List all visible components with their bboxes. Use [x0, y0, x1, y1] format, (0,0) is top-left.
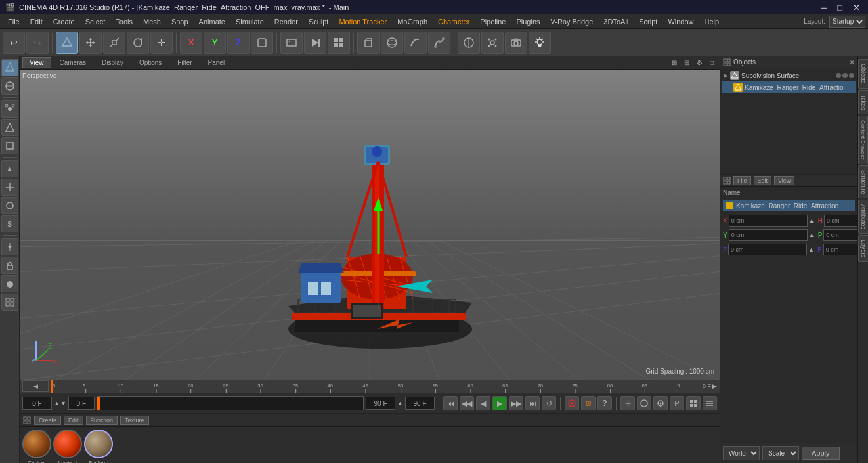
left-polygons-btn[interactable] — [1, 137, 18, 154]
vtab-options[interactable]: Options — [132, 57, 169, 68]
param-anim-button[interactable]: P — [670, 396, 684, 410]
vtab-display[interactable]: Display — [95, 57, 131, 68]
attr-y-up[interactable]: ▲ — [809, 232, 814, 238]
side-tab-objects[interactable]: Objects — [858, 59, 869, 89]
left-fill-btn[interactable] — [1, 275, 18, 292]
nurbs-button[interactable] — [428, 32, 450, 54]
left-lock-btn[interactable] — [1, 257, 18, 274]
menu-vray-bridge[interactable]: V-Ray Bridge — [546, 16, 599, 27]
timeline-ruler[interactable]: ◀ 0 5 10 15 20 — [20, 380, 720, 393]
attr-z-pos[interactable] — [728, 244, 807, 255]
mat-edit-btn[interactable]: Edit — [64, 416, 83, 425]
world-dropdown[interactable]: World — [723, 446, 760, 460]
effector-button[interactable] — [458, 32, 480, 54]
side-tab-layers[interactable]: Layers — [858, 235, 869, 262]
menu-motion-tracker[interactable]: Motion Tracker — [334, 16, 392, 27]
side-tab-takes[interactable]: Takes — [858, 90, 869, 115]
menu-sculpt[interactable]: Sculpt — [303, 16, 334, 27]
attrs-edit-btn[interactable]: Edit — [754, 176, 772, 185]
scale-dropdown[interactable]: Scale — [762, 446, 799, 460]
total-frame-field[interactable] — [405, 397, 435, 410]
viewport-icon-maximize[interactable]: □ — [706, 58, 717, 68]
loop-button[interactable]: ↺ — [542, 396, 556, 410]
menu-animate[interactable]: Animate — [194, 16, 230, 27]
menu-pipeline[interactable]: Pipeline — [475, 16, 511, 27]
side-tab-structure[interactable]: Structure — [858, 165, 869, 199]
menu-render[interactable]: Render — [269, 16, 303, 27]
material-cabinet[interactable]: Cabinet — [22, 430, 51, 463]
objects-panel-close[interactable]: ✕ — [850, 59, 855, 66]
end-frame-field[interactable] — [366, 397, 395, 410]
timeline-arrow-left[interactable]: ◀ — [33, 383, 38, 389]
vtab-filter[interactable]: Filter — [170, 57, 199, 68]
timeline-scrub-area[interactable] — [97, 396, 364, 410]
x-axis-button[interactable]: X — [180, 32, 202, 54]
attrs-file-btn[interactable]: File — [733, 176, 751, 185]
play-reverse-button[interactable]: ◀ — [476, 396, 490, 410]
start-frame-field[interactable] — [68, 397, 95, 410]
minimize-button[interactable]: ─ — [818, 3, 829, 12]
menu-help[interactable]: Help — [699, 16, 725, 27]
scale-anim-button[interactable] — [653, 396, 668, 410]
y-axis-button[interactable]: Y — [204, 32, 226, 54]
dopesheet-button[interactable] — [703, 396, 717, 410]
layout-select[interactable]: Startup — [829, 16, 865, 28]
obj-expand-icon[interactable]: ▶ — [724, 72, 728, 79]
menu-edit[interactable]: Edit — [25, 16, 48, 27]
redo-button[interactable]: ↪ — [26, 32, 49, 54]
free-axis-button[interactable] — [251, 32, 273, 54]
menu-create[interactable]: Create — [48, 16, 80, 27]
attr-y-pos[interactable] — [729, 229, 808, 241]
viewport-icon-expand[interactable]: ⊞ — [669, 58, 680, 68]
menu-window[interactable]: Window — [662, 16, 699, 27]
camera-button[interactable] — [505, 32, 527, 54]
left-texture-btn[interactable] — [1, 77, 18, 95]
goto-start-button[interactable]: ⏮ — [443, 396, 458, 410]
prev-key-button[interactable]: ◀◀ — [460, 396, 474, 410]
attr-z-up[interactable]: ▲ — [808, 246, 814, 253]
goto-end-button[interactable]: ⏭ — [525, 396, 540, 410]
attrs-view-btn[interactable]: View — [774, 176, 794, 185]
menu-mesh[interactable]: Mesh — [138, 16, 166, 27]
left-edges-btn[interactable] — [1, 119, 18, 136]
record-button[interactable] — [565, 396, 579, 410]
undo-button[interactable]: ↩ — [3, 32, 25, 54]
particles-button[interactable] — [481, 32, 504, 54]
play-button[interactable]: ▶ — [492, 396, 507, 410]
viewport-icon-collapse[interactable]: ⊟ — [682, 58, 692, 68]
menu-character[interactable]: Character — [433, 16, 475, 27]
left-grid-btn[interactable] — [1, 294, 18, 311]
move-anim-button[interactable]: ✛ — [620, 396, 635, 410]
menu-mograph[interactable]: MoGraph — [392, 16, 433, 27]
viewport-layout-button[interactable] — [328, 32, 350, 54]
rotate-tool-button[interactable] — [127, 32, 149, 54]
menu-file[interactable]: File — [3, 16, 25, 27]
point-anim-button[interactable] — [686, 396, 701, 410]
current-frame-field[interactable] — [22, 397, 52, 410]
apply-button[interactable]: Apply — [802, 447, 840, 460]
maximize-button[interactable]: □ — [835, 3, 845, 12]
mat-function-btn[interactable]: Function — [86, 416, 118, 425]
window-controls[interactable]: ─ □ ✕ — [818, 3, 863, 12]
object-kamikaze-ranger[interactable]: Kamikaze_Ranger_Ride_Attractio — [722, 81, 856, 93]
mat-create-btn[interactable]: Create — [34, 416, 61, 425]
mat-texture-btn[interactable]: Texture — [120, 416, 149, 425]
spline-button[interactable] — [404, 32, 427, 54]
side-tab-content-browser[interactable]: Content Browser — [858, 116, 868, 164]
vtab-cameras[interactable]: Cameras — [53, 57, 94, 68]
left-points-btn[interactable] — [1, 100, 18, 118]
left-move-btn[interactable] — [1, 179, 18, 196]
close-button[interactable]: ✕ — [850, 3, 863, 12]
viewport-icon-settings[interactable]: ⚙ — [694, 58, 705, 68]
render-button[interactable] — [304, 32, 326, 54]
left-snap-btn[interactable] — [1, 238, 18, 255]
menu-plugins[interactable]: Plugins — [511, 16, 545, 27]
object-subdivision-surface[interactable]: ▶ Subdivision Surface — [722, 70, 856, 81]
menu-simulate[interactable]: Simulate — [230, 16, 269, 27]
menu-script[interactable]: Script — [634, 16, 662, 27]
cube-button[interactable] — [357, 32, 380, 54]
render-region-button[interactable] — [280, 32, 303, 54]
move-tool-button[interactable] — [79, 32, 102, 54]
side-tab-attributes[interactable]: Attributes — [858, 200, 869, 234]
menu-3dtoall[interactable]: 3DToAll — [598, 16, 634, 27]
